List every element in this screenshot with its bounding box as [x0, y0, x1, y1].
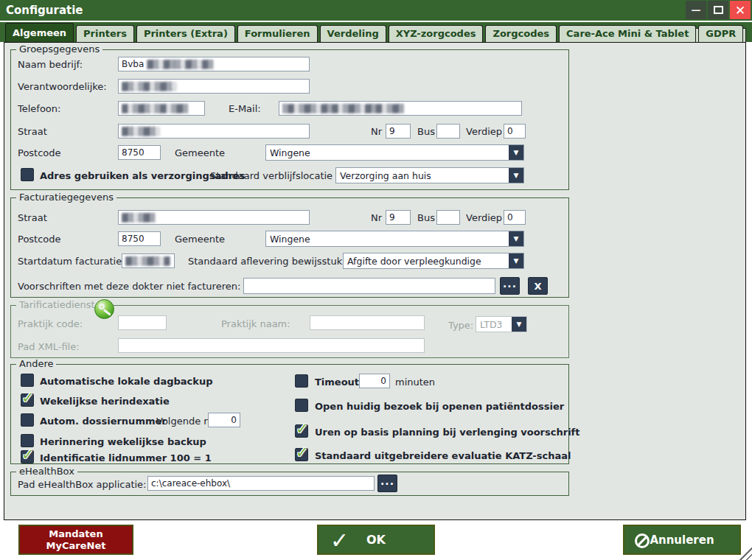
- type-value: LTD3: [476, 319, 512, 330]
- naam-bedrijf-field[interactable]: Bvba ▓▒░▓▒▒░▓▒░▓▒: [118, 57, 310, 71]
- dossiernummer-label: Autom. dossiernummer: [40, 416, 167, 427]
- timeout-checkbox[interactable]: [295, 374, 308, 388]
- chevron-down-icon[interactable]: ▼: [509, 168, 523, 183]
- ellipsis-icon: ...: [503, 278, 517, 290]
- minimize-button[interactable]: —: [686, 1, 706, 19]
- email-field[interactable]: ▒▓░▒▓▒░▓▒▓░▒▓▒░▓▒▓░▒▓▒: [279, 101, 522, 116]
- naam-bedrijf-prefix: Bvba: [122, 59, 147, 69]
- verantwoordelijke-field[interactable]: ▓▒░▒▓░▒▓▒░: [118, 79, 310, 94]
- straat-field[interactable]: ▓▒░▒▓▒░: [118, 124, 310, 139]
- adres-verzorgingsadres-checkbox[interactable]: [21, 168, 34, 181]
- key-icon[interactable]: [94, 299, 114, 319]
- groupbox-title: Facturatiegegevens: [16, 192, 116, 203]
- bus-label: Bus: [417, 126, 435, 137]
- lidnummer-checkbox[interactable]: ✓: [21, 450, 34, 463]
- bewijsstuk-label: Standaard aflevering bewijsstuk:: [188, 256, 346, 267]
- maximize-button[interactable]: [708, 1, 728, 19]
- startdatum-field[interactable]: ▓▒░▒▓▒░▓: [122, 253, 175, 268]
- factuur-bus-field[interactable]: [436, 210, 460, 225]
- tab-algemeen[interactable]: Algemeen: [5, 23, 74, 42]
- chevron-down-icon[interactable]: ▼: [509, 145, 523, 160]
- straat-label: Straat: [18, 126, 47, 137]
- close-icon: ✕: [735, 3, 745, 18]
- verblijfslocatie-value: Verzorging aan huis: [336, 170, 509, 181]
- tab-formulieren[interactable]: Formulieren: [237, 25, 318, 42]
- verblijfslocatie-select[interactable]: Verzorging aan huis ▼: [335, 167, 524, 183]
- postcode-field[interactable]: 8750: [118, 145, 161, 160]
- telefoon-redacted: ▓░▒▓▒░▒▓░▒▓▒: [122, 104, 188, 113]
- ellipsis-icon: ...: [380, 475, 394, 487]
- open-bezoek-label: Open huidig bezoek bij openen patiëntdos…: [315, 401, 564, 412]
- tab-list: Algemeen Printers Printers (Extra) Formu…: [5, 23, 745, 42]
- tab-xyz-zorgcodes[interactable]: XYZ-zorgcodes: [389, 25, 484, 42]
- verdiep-field[interactable]: 0: [504, 124, 526, 139]
- startdatum-redacted: ▓▒░▒▓▒░▓: [125, 256, 170, 266]
- factuur-gemeente-select[interactable]: Wingene ▼: [265, 231, 524, 247]
- close-button[interactable]: ✕: [730, 1, 751, 19]
- bewijsstuk-select[interactable]: Afgifte door verpleegkundige ▼: [343, 253, 524, 269]
- voorschriften-clear-button[interactable]: X: [528, 277, 548, 295]
- voorschriften-browse-button[interactable]: ...: [500, 277, 520, 295]
- dagbackup-checkbox[interactable]: [21, 374, 34, 387]
- factuur-verdiep-field[interactable]: 0: [504, 210, 526, 225]
- praktijk-code-field: [118, 315, 167, 330]
- checkmark-icon: ✓: [21, 390, 35, 406]
- checkmark-icon: ✓: [21, 447, 35, 463]
- backup-herinnering-label: Herinnering wekelijkse backup: [40, 436, 206, 447]
- katz-checkbox[interactable]: ✓: [295, 448, 308, 461]
- chevron-down-icon[interactable]: ▼: [509, 253, 523, 268]
- herindexatie-label: Wekelijkse herindexatie: [40, 396, 170, 407]
- mandaten-label-line1: Mandaten: [49, 528, 102, 540]
- checkmark-icon: ✓: [296, 421, 309, 437]
- factuur-nr-field[interactable]: 9: [386, 210, 411, 225]
- tab-care-ace-mini-tablet[interactable]: Care-Ace Mini & Tablet: [559, 25, 696, 42]
- nr-field[interactable]: 9: [386, 124, 411, 139]
- footer-bar: Mandaten MyCareNet ✓ OK Annuleren: [0, 521, 752, 560]
- timeout-field[interactable]: 0: [359, 374, 390, 388]
- open-bezoek-checkbox[interactable]: [295, 399, 308, 412]
- praktijk-naam-label: Praktijk naam:: [221, 318, 290, 329]
- factuur-postcode-label: Postcode: [18, 234, 61, 245]
- volgende-nr-field[interactable]: 0: [208, 413, 240, 427]
- window-controls: — ✕: [686, 1, 751, 19]
- herindexatie-checkbox[interactable]: ✓: [21, 393, 34, 407]
- factuur-postcode-field[interactable]: 8750: [118, 231, 161, 246]
- window-title: Configuratie: [0, 4, 83, 17]
- key-stem: [103, 309, 111, 315]
- telefoon-field[interactable]: ▓░▒▓▒░▒▓░▒▓▒: [118, 101, 205, 116]
- dagbackup-label: Automatische lokale dagbackup: [40, 376, 212, 387]
- annuleren-button[interactable]: Annuleren: [623, 525, 741, 555]
- type-label: Type:: [448, 320, 473, 331]
- voorschriften-field[interactable]: [243, 278, 495, 294]
- gemeente-value: Wingene: [266, 147, 509, 158]
- lidnummer-label: Identificatie lidnummer 100 = 1: [40, 452, 212, 463]
- gemeente-label: Gemeente: [175, 147, 225, 158]
- uren-planning-label: Uren op basis planning bij verlenging vo…: [315, 427, 579, 438]
- ok-button[interactable]: ✓ OK: [317, 525, 435, 555]
- tab-printers[interactable]: Printers: [76, 25, 134, 42]
- ehealthbox-browse-button[interactable]: ...: [377, 475, 397, 492]
- voorschriften-label: Voorschriften met deze dokter niet factu…: [18, 281, 240, 292]
- email-label: E-Mail:: [229, 103, 261, 114]
- groupbox-title: Groepsgegevens: [16, 43, 102, 55]
- bewijsstuk-value: Afgifte door verpleegkundige: [344, 256, 509, 267]
- bus-field[interactable]: [436, 124, 460, 139]
- uren-planning-checkbox[interactable]: ✓: [295, 424, 308, 438]
- tab-printers-extra[interactable]: Printers (Extra): [136, 25, 235, 42]
- email-redacted: ▒▓░▒▓▒░▓▒▓░▒▓▒░▓▒▓░▒▓▒: [282, 104, 403, 113]
- dossiernummer-checkbox[interactable]: [21, 413, 34, 427]
- chevron-down-icon[interactable]: ▼: [509, 231, 523, 246]
- tab-zorgcodes[interactable]: Zorgcodes: [485, 25, 557, 42]
- annuleren-label: Annuleren: [650, 533, 714, 547]
- gemeente-select[interactable]: Wingene ▼: [265, 144, 524, 161]
- tab-gdpr[interactable]: GDPR: [698, 25, 743, 42]
- ehealthbox-pad-field[interactable]: c:\careace-ehbox\: [147, 476, 375, 491]
- chevron-down-icon: ▼: [512, 317, 526, 332]
- factuur-straat-field[interactable]: ▓▒░▒▓▒: [118, 210, 310, 225]
- naam-bedrijf-redacted: ▓▒░▓▒▒░▓▒░▓▒: [147, 60, 213, 69]
- tab-verdeling[interactable]: Verdeling: [320, 25, 386, 42]
- factuur-verdiep-label: Verdiep: [466, 212, 502, 223]
- praktijk-naam-field: [310, 315, 425, 330]
- mandaten-mycarenet-button[interactable]: Mandaten MyCareNet: [18, 525, 133, 555]
- naam-bedrijf-label: Naam bedrijf:: [18, 59, 83, 70]
